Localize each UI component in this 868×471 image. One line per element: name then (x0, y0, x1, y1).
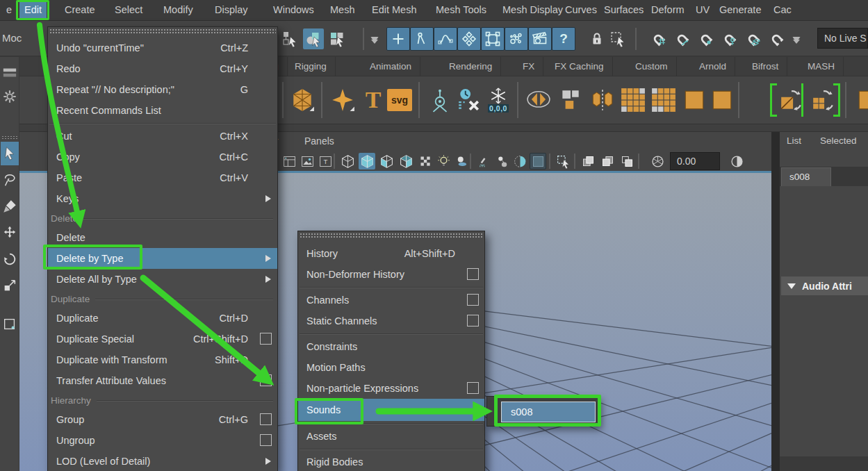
audio-attributes-section-header[interactable]: Audio Attri (781, 276, 868, 295)
live-surface-field[interactable]: No Live S (817, 28, 868, 49)
rotate-tool-icon[interactable] (1, 247, 19, 271)
freeze-transform-icon[interactable]: 0,0,0 (484, 83, 513, 117)
option-box[interactable] (467, 382, 479, 394)
marquee-cursor-icon[interactable] (555, 153, 571, 170)
caliper-tool-icon[interactable] (410, 27, 434, 51)
half-shaded-cube-icon[interactable] (378, 153, 395, 170)
panel-splitter[interactable] (771, 132, 780, 471)
platonic-solid-icon[interactable] (288, 83, 317, 117)
panel-menu-panels[interactable]: Panels (299, 132, 340, 151)
menu-item-ungroup[interactable]: Ungroup (48, 430, 277, 451)
option-box[interactable] (260, 374, 272, 386)
snap-to-grid-icon[interactable] (648, 28, 669, 49)
snap-to-plane-icon[interactable] (742, 28, 763, 49)
star-primitive-icon[interactable] (328, 83, 357, 117)
make-live-icon[interactable] (766, 28, 787, 49)
option-box[interactable] (467, 315, 479, 327)
select-by-object-icon[interactable] (303, 28, 324, 49)
menu-item-motion-paths[interactable]: Motion Paths (298, 357, 484, 378)
menu-item-lod-level-of-detail-[interactable]: LOD (Level of Detail) (48, 451, 277, 471)
aperture-icon[interactable] (649, 153, 666, 170)
ae-menu-list[interactable]: List (783, 132, 805, 150)
panel-grid-icon[interactable] (281, 153, 297, 170)
menubar-item-mesh-tools[interactable]: Mesh Tools (431, 0, 491, 20)
menubar-item-cac[interactable]: Cac (769, 0, 796, 20)
joint-tool-icon[interactable] (425, 83, 455, 117)
menu-item-undo-currenttime-[interactable]: Undo "currentTime"Ctrl+Z (48, 38, 277, 58)
shelf-tab-rendering[interactable]: Rendering (441, 57, 501, 76)
menubar-item-e[interactable]: e (1, 0, 17, 20)
menubar-item-display[interactable]: Display (210, 0, 253, 20)
plus-tool-icon[interactable] (386, 27, 410, 51)
menu-item-group[interactable]: GroupCtrl+G (48, 409, 277, 430)
lasso-icon[interactable] (1, 168, 19, 192)
tearoff-handle[interactable] (49, 28, 276, 35)
option-box[interactable] (260, 413, 272, 425)
menubar-item-edit-mesh[interactable]: Edit Mesh (367, 0, 421, 20)
scale-tool-icon[interactable] (1, 274, 19, 297)
snap-to-curve-icon[interactable] (671, 28, 692, 49)
ae-menu-selected[interactable]: Selected (816, 132, 861, 150)
paint-select-icon[interactable] (1, 195, 19, 218)
menu-item-cut[interactable]: CutCtrl+X (48, 126, 277, 147)
shelf-tab-arnold[interactable]: Arnold (691, 57, 735, 76)
menu-item-history[interactable]: HistoryAlt+Shift+D (298, 243, 484, 264)
image-plane-icon[interactable] (299, 153, 316, 170)
type-tool-icon[interactable]: T (359, 83, 388, 117)
menubar-item-modify[interactable]: Modify (158, 0, 198, 20)
menu-item-transfer-attribute-values[interactable]: Transfer Attribute Values (48, 370, 277, 391)
option-box[interactable] (260, 434, 272, 446)
menubar-item-deform[interactable]: Deform (646, 0, 689, 20)
snap-to-point-icon[interactable] (695, 28, 716, 49)
menu-item-recent-commands-list[interactable]: Recent Commands List (48, 100, 277, 121)
menu-item-non-deformer-history[interactable]: Non-Deformer History (298, 264, 484, 285)
menu-item-duplicate[interactable]: DuplicateCtrl+D (48, 308, 277, 329)
menubar-item-surfaces[interactable]: Surfaces (599, 0, 648, 20)
shelf-tab-rigging[interactable]: Rigging (286, 57, 336, 76)
pressed-swatch-icon[interactable] (530, 153, 546, 170)
menubar-item-mesh-display[interactable]: Mesh Display (498, 0, 568, 20)
menubar-item-windows[interactable]: Windows (268, 0, 319, 20)
text-hud-icon[interactable]: T (317, 153, 334, 170)
shelf-tab-fx-caching[interactable]: FX Caching (546, 57, 613, 76)
tearoff-handle[interactable] (300, 233, 483, 239)
menubar-item-curves[interactable]: Curves (560, 0, 602, 20)
menubar-item-select[interactable]: Select (110, 0, 147, 20)
shelf-tab-fx[interactable]: FX (514, 57, 543, 76)
cone-light-icon[interactable] (493, 153, 510, 170)
option-box[interactable] (467, 268, 479, 280)
svg-tool-icon[interactable]: svg (385, 83, 414, 117)
curve-tool-icon[interactable] (434, 27, 457, 51)
caret-down-icon[interactable] (792, 37, 801, 42)
option-box[interactable] (260, 333, 272, 345)
select-by-hierarchy-icon[interactable] (279, 28, 300, 49)
contrast-icon[interactable] (728, 153, 745, 170)
menu-item-delete-all-by-type[interactable]: Delete All by Type (48, 269, 277, 290)
marquee-select-icon[interactable] (607, 28, 628, 49)
caret-down-icon[interactable] (370, 37, 379, 42)
menu-item-delete[interactable]: Delete (48, 227, 277, 248)
menu-item-paste[interactable]: PasteCtrl+V (48, 167, 277, 188)
wireframe-cube-icon[interactable] (339, 153, 356, 170)
lock-icon[interactable] (587, 28, 607, 49)
menu-item-sounds[interactable]: Sounds (298, 399, 484, 421)
menu-item-non-particle-expressions[interactable]: Non-particle Expressions (298, 378, 484, 399)
menubar-item-uv[interactable]: UV (691, 0, 714, 20)
shelf-tab-animation[interactable]: Animation (361, 57, 420, 76)
menu-set-dropdown[interactable]: Moc (2, 32, 47, 44)
menubar-item-generate[interactable]: Generate (714, 0, 766, 20)
checker-icon[interactable] (417, 153, 434, 170)
delete-keys-icon[interactable] (455, 83, 484, 117)
cube-partial-icon[interactable] (853, 83, 868, 117)
shelf-tab-mash[interactable]: MASH (799, 57, 844, 76)
mirror-geometry-icon[interactable] (588, 83, 617, 117)
diamond-grid-icon[interactable] (457, 27, 481, 51)
quad-grid-icon[interactable] (619, 83, 648, 117)
menu-item-channels[interactable]: Channels (298, 290, 484, 311)
clapperboard-icon[interactable] (528, 27, 552, 51)
cube-icon[interactable] (680, 83, 709, 117)
mirror-icon[interactable] (524, 83, 553, 117)
menu-item-keys[interactable]: Keys (48, 188, 277, 209)
cube-icon[interactable] (707, 83, 737, 117)
menu-item-rigid-bodies[interactable]: Rigid Bodies (298, 452, 484, 471)
